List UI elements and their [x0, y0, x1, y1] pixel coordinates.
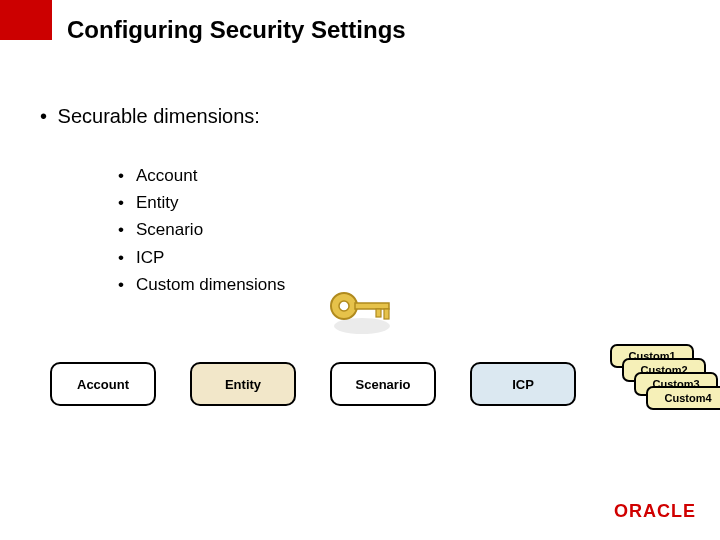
- box-custom4: Custom4: [646, 386, 720, 410]
- bullet-level1: • Securable dimensions:: [40, 105, 260, 128]
- svg-point-0: [334, 318, 390, 334]
- oracle-logo: ORACLE: [614, 501, 696, 522]
- bullet-text: Securable dimensions:: [58, 105, 260, 127]
- bullet-dot: •: [40, 105, 52, 128]
- sub-bullet-item: ICP: [118, 244, 285, 271]
- slide-title: Configuring Security Settings: [67, 16, 406, 44]
- sub-bullet-item: Account: [118, 162, 285, 189]
- key-icon: [322, 278, 402, 342]
- box-account: Account: [50, 362, 156, 406]
- svg-rect-3: [355, 303, 389, 309]
- box-entity: Entity: [190, 362, 296, 406]
- slide: Configuring Security Settings • Securabl…: [0, 0, 720, 540]
- svg-rect-4: [376, 309, 381, 317]
- sub-bullets: Account Entity Scenario ICP Custom dimen…: [78, 162, 285, 298]
- sub-bullet-item: Entity: [118, 189, 285, 216]
- sub-bullet-item: Custom dimensions: [118, 271, 285, 298]
- sub-bullet-item: Scenario: [118, 216, 285, 243]
- box-icp: ICP: [470, 362, 576, 406]
- dimension-boxes: Account Entity Scenario ICP Custom1 Cust…: [50, 362, 716, 436]
- custom-stack: Custom1 Custom2 Custom3 Custom4: [610, 362, 716, 436]
- accent-block: [0, 0, 52, 40]
- box-scenario: Scenario: [330, 362, 436, 406]
- svg-rect-5: [384, 309, 389, 319]
- svg-point-2: [339, 301, 349, 311]
